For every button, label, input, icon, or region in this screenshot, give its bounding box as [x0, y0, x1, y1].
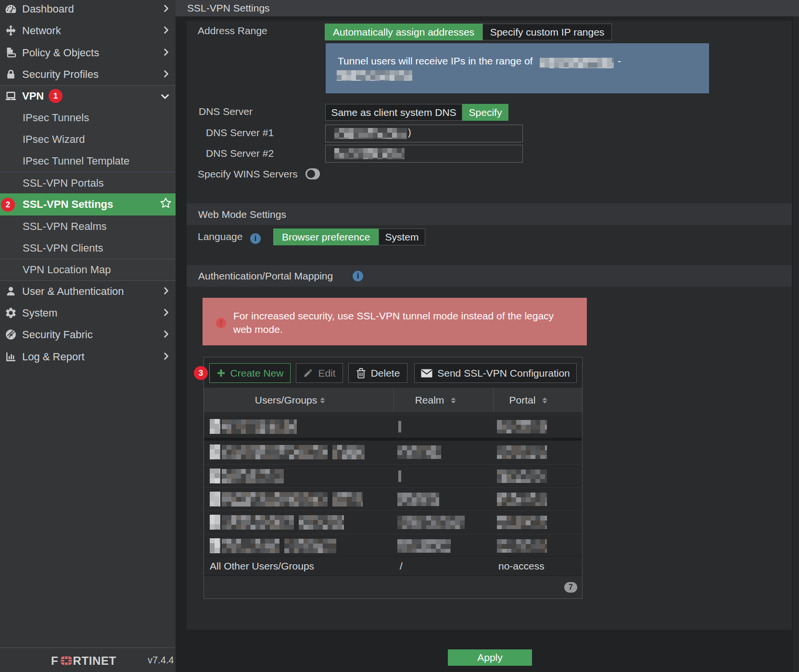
svg-text:RTINET: RTINET [73, 655, 116, 667]
svg-text:F: F [51, 655, 58, 667]
